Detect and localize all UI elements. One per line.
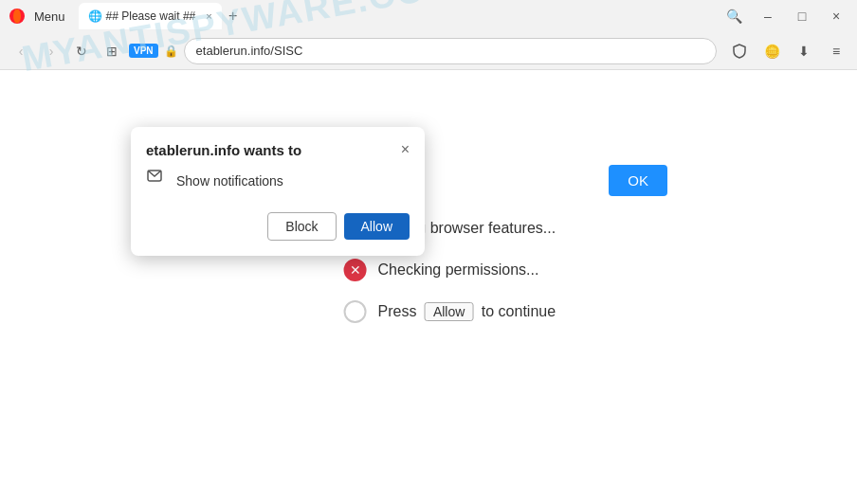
download-button[interactable]: ⬇ <box>791 38 817 64</box>
refresh-button[interactable]: ↻ <box>68 38 95 64</box>
permission-dialog: etablerun.info wants to × Show notificat… <box>131 127 425 256</box>
wallet-button[interactable]: 🪙 <box>758 38 785 64</box>
forward-button[interactable]: › <box>38 38 64 64</box>
dialog-title: etablerun.info wants to <box>146 142 301 158</box>
status-item-2: ✕ Checking permissions... <box>344 259 556 281</box>
opera-logo <box>8 7 27 26</box>
dialog-header: etablerun.info wants to × <box>131 127 425 164</box>
url-field[interactable]: etablerun.info/SISC <box>184 38 717 64</box>
browser-chrome: Menu 🌐 ## Please wait ## × + 🔍 – □ × ‹ ›… <box>0 0 857 70</box>
dialog-close-button[interactable]: × <box>401 142 410 157</box>
svg-point-1 <box>13 9 21 24</box>
notification-permission-icon <box>146 168 167 193</box>
tab-title: ## Please wait ## <box>106 9 196 23</box>
lock-icon: 🔒 <box>164 45 178 58</box>
status-item-3: Press Allow to continue <box>344 300 556 323</box>
active-tab[interactable]: 🌐 ## Please wait ## × <box>79 3 222 29</box>
status-icon-pending <box>344 300 367 323</box>
inline-allow-label: Allow <box>425 302 473 321</box>
address-bar: ‹ › ↻ ⊞ VPN 🔒 etablerun.info/SISC 🪙 ⬇ ≡ <box>0 32 857 70</box>
dialog-description: Show notifications <box>176 173 283 189</box>
back-button[interactable]: ‹ <box>8 38 34 64</box>
status-text-2: Checking permissions... <box>378 261 539 279</box>
title-bar-actions: 🔍 – □ × <box>720 3 849 29</box>
url-text: etablerun.info/SISC <box>196 44 303 58</box>
new-tab-button[interactable]: + <box>222 5 245 27</box>
shield-button[interactable] <box>726 38 753 64</box>
status-icon-error: ✕ <box>344 259 367 281</box>
tabs-button[interactable]: ⊞ <box>99 38 125 64</box>
dialog-actions: Block Allow <box>131 205 425 256</box>
status-text-3: Press Allow to continue <box>378 302 556 321</box>
search-window-button[interactable]: 🔍 <box>720 3 747 29</box>
menu-button[interactable]: ≡ <box>823 38 849 64</box>
tab-favicon: 🌐 <box>88 9 101 23</box>
tab-bar: 🌐 ## Please wait ## × + <box>79 3 715 29</box>
close-window-button[interactable]: × <box>823 3 849 29</box>
tab-close-button[interactable]: × <box>206 10 211 22</box>
minimize-button[interactable]: – <box>755 3 781 29</box>
title-bar: Menu 🌐 ## Please wait ## × + 🔍 – □ × <box>0 0 857 32</box>
address-actions: 🪙 ⬇ ≡ <box>726 38 849 64</box>
dialog-body: Show notifications <box>131 164 425 205</box>
maximize-button[interactable]: □ <box>789 3 815 29</box>
menu-label[interactable]: Menu <box>34 9 65 24</box>
allow-button[interactable]: Allow <box>344 213 410 240</box>
vpn-badge: VPN <box>129 44 158 58</box>
block-button[interactable]: Block <box>267 212 336 241</box>
ok-button[interactable]: OK <box>609 165 667 196</box>
